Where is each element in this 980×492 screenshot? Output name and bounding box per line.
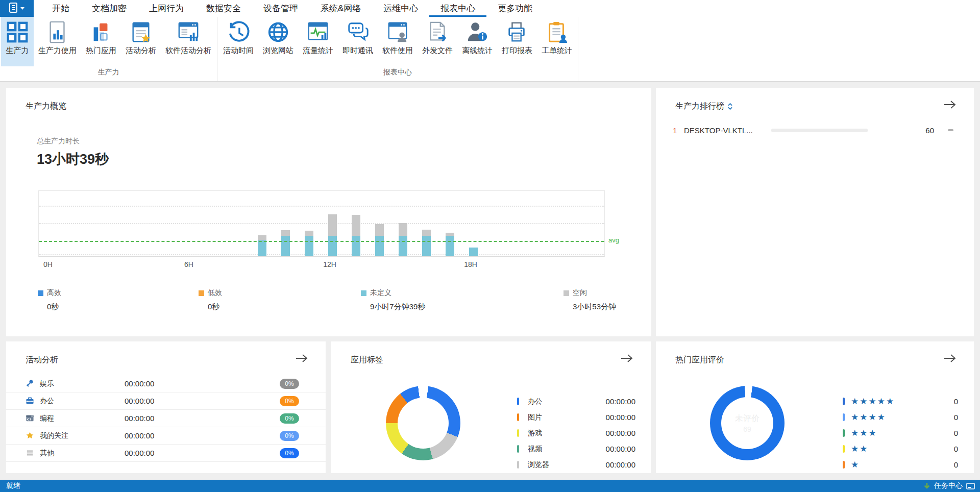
overview-legend-item: 低效0秒 — [199, 288, 222, 312]
ribbon-group-0: 生产力生产力使用热门应用活动分析软件活动分析生产力 — [0, 17, 217, 81]
legend-value: 0秒 — [208, 302, 222, 312]
tag-legend-row[interactable]: 图片00:00:00 — [517, 409, 635, 425]
ribbon-item-user-info[interactable]: 离线统计 — [457, 17, 497, 66]
rating-row[interactable]: ★★★0 — [843, 425, 958, 441]
tag-legend-row[interactable]: 浏览器00:00:00 — [517, 457, 635, 473]
ranking-more-arrow-icon[interactable] — [943, 99, 957, 110]
clipboard-user-icon — [545, 20, 569, 44]
ribbon-item-doc-arrow[interactable]: 外发文件 — [418, 17, 457, 66]
menu-tab-5[interactable]: 系统&网络 — [309, 0, 372, 17]
tag-legend-row[interactable]: 办公00:00:00 — [517, 393, 635, 409]
window-chart-icon — [177, 20, 200, 44]
menu-tab-3[interactable]: 数据安全 — [195, 0, 252, 17]
legend-label: 空闲 — [573, 288, 587, 298]
ribbon-item-label: 软件使用 — [382, 46, 413, 56]
tag-label: 视频 — [528, 445, 606, 454]
legend-label: 低效 — [208, 288, 222, 298]
task-center-button[interactable]: 任务中心 — [923, 481, 975, 490]
menu-tab-1[interactable]: 文档加密 — [81, 0, 138, 17]
menu-tab-0[interactable]: 开始 — [41, 0, 81, 17]
x-tick-label: 12H — [323, 260, 336, 268]
star-rating-icon: ★★★★ — [851, 413, 954, 422]
activity-more-arrow-icon[interactable] — [295, 353, 308, 364]
rank-progress-bar — [771, 129, 868, 132]
ribbon-item-window-chart[interactable]: 软件活动分析 — [161, 17, 216, 66]
tag-legend-row[interactable]: 视频00:00:00 — [517, 441, 635, 457]
star-icon — [26, 431, 40, 440]
activity-panel-title: 活动分析 — [26, 355, 58, 365]
chat-icon — [346, 20, 370, 44]
tag-swatch — [517, 398, 519, 405]
menu-tab-6[interactable]: 运维中心 — [372, 0, 429, 17]
ratings-more-arrow-icon[interactable] — [943, 353, 957, 364]
ribbon-item-productivity-grid[interactable]: 生产力 — [1, 17, 34, 66]
ribbon-item-label: 工单统计 — [542, 46, 572, 56]
tag-swatch — [517, 413, 519, 421]
ribbon-item-doc-star[interactable]: 活动分析 — [121, 17, 161, 66]
star-rating-icon: ★★★★★ — [851, 397, 954, 406]
ribbon-item-hot-apps[interactable]: 热门应用 — [81, 17, 121, 66]
bar-undefined — [305, 236, 313, 256]
ranking-panel-title: 生产力排行榜 — [675, 101, 733, 112]
tag-swatch — [517, 429, 519, 437]
tag-label: 游戏 — [528, 429, 606, 438]
bar-idle — [258, 235, 266, 240]
ratings-donut-chart: 未评价 69 — [710, 386, 785, 460]
ribbon-item-label: 外发文件 — [422, 46, 453, 56]
activity-row[interactable]: 娱乐00:00:000% — [6, 375, 326, 392]
overview-legend-item: 未定义9小时7分钟39秒 — [361, 288, 425, 312]
gridline — [39, 254, 604, 255]
ribbon-item-chat[interactable]: 即时通讯 — [338, 17, 378, 66]
hot-app-ratings-panel: 热门应用评价 未评价 69 ★★★★★0★★★★0★★★0★★0★0 — [656, 341, 974, 473]
rating-swatch — [843, 445, 845, 453]
ribbon-item-window-user[interactable]: 软件使用 — [378, 17, 418, 66]
activity-row[interactable]: 编程00:00:000% — [6, 410, 326, 427]
activity-percent-badge: 0% — [280, 396, 299, 406]
status-bar: 就绪 任务中心 — [0, 480, 980, 492]
rating-row[interactable]: ★★0 — [843, 441, 958, 457]
menu-lines-icon — [26, 449, 40, 457]
ribbon-group-label: 生产力 — [0, 66, 217, 80]
ribbon-item-monitor-pulse[interactable]: 流量统计 — [298, 17, 338, 66]
legend-value: 9小时7分钟39秒 — [370, 302, 425, 312]
activity-time: 00:00:00 — [125, 379, 280, 388]
bar-undefined — [399, 236, 407, 256]
activity-row[interactable]: 办公00:00:000% — [6, 392, 326, 410]
device-name: DESKTOP-VLKTL... — [684, 126, 753, 135]
ribbon-item-label: 流量统计 — [303, 46, 333, 56]
tag-legend-row[interactable]: 游戏00:00:00 — [517, 425, 635, 441]
rating-swatch — [843, 429, 845, 437]
doc-star-icon — [129, 20, 153, 44]
rating-row[interactable]: ★★★★0 — [843, 409, 958, 425]
code-window-icon — [26, 414, 40, 423]
sort-icon[interactable] — [727, 103, 733, 110]
ratings-center-label: 未评价 — [735, 413, 760, 424]
ribbon-item-clipboard-user[interactable]: 工单统计 — [537, 17, 577, 66]
ribbon-item-globe[interactable]: 浏览网站 — [258, 17, 298, 66]
menu-tab-8[interactable]: 更多功能 — [486, 0, 544, 17]
ribbon-item-doc-bars[interactable]: 生产力使用 — [34, 17, 81, 66]
menu-tab-4[interactable]: 设备管理 — [252, 0, 309, 17]
activity-row[interactable]: 我的关注00:00:000% — [6, 427, 326, 445]
avg-line — [39, 241, 604, 242]
menu-tab-7[interactable]: 报表中心 — [429, 0, 486, 17]
tag-time: 00:00:00 — [606, 397, 635, 406]
bar-undefined — [469, 248, 478, 256]
x-tick-label: 0H — [43, 260, 53, 268]
gridline — [39, 223, 604, 224]
rating-row[interactable]: ★0 — [843, 457, 958, 473]
ribbon-item-clock[interactable]: 活动时间 — [218, 17, 258, 66]
app-tags-panel: 应用标签 办公00:00:00图片00:00:00游戏00:00:00视频00:… — [331, 341, 651, 473]
app-menu-button[interactable] — [0, 0, 34, 17]
activity-row[interactable]: 其他00:00:000% — [6, 445, 326, 462]
ribbon-item-printer[interactable]: 打印报表 — [497, 17, 537, 66]
globe-icon — [266, 20, 290, 44]
ranking-row[interactable]: 1DESKTOP-VLKTL...60 — [656, 121, 974, 139]
rating-row[interactable]: ★★★★★0 — [843, 393, 958, 409]
tags-more-arrow-icon[interactable] — [620, 353, 633, 364]
ribbon-item-label: 活动分析 — [126, 46, 156, 56]
ribbon-item-label: 打印报表 — [502, 46, 532, 56]
menu-tab-2[interactable]: 上网行为 — [138, 0, 195, 17]
activity-time: 00:00:00 — [125, 397, 280, 405]
ribbon-item-label: 浏览网站 — [263, 46, 293, 56]
